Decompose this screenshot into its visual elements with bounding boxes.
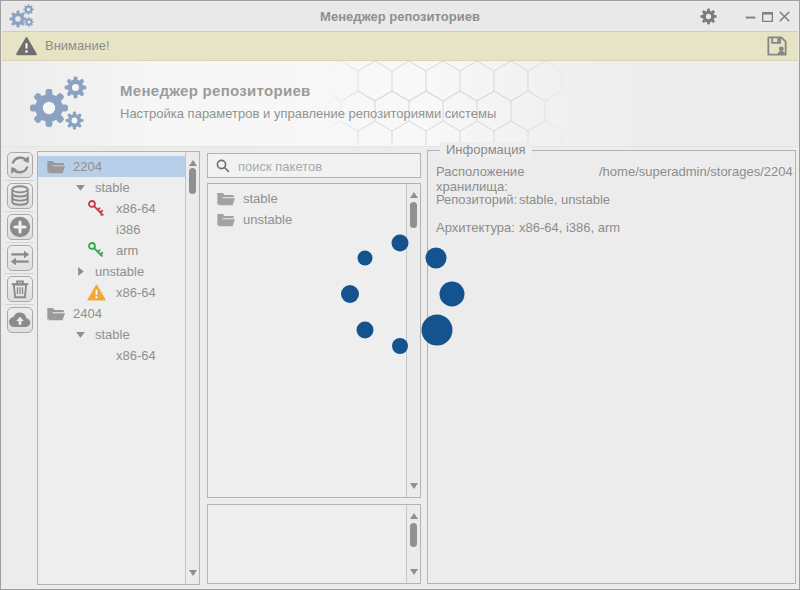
chevron-down-icon	[75, 182, 86, 193]
list-item[interactable]: unstable	[208, 209, 407, 230]
key-green-icon	[87, 241, 106, 260]
tree-item-label: unstable	[95, 264, 144, 279]
scroll-down-button[interactable]	[189, 570, 197, 580]
warning-icon	[15, 36, 38, 56]
tree-item-label: 2204	[73, 159, 102, 174]
minimize-button[interactable]	[743, 9, 758, 24]
info-groupbox: Информация Расположение хранилища:/home/…	[427, 150, 796, 584]
page-header: Менеджер репозиториев Настройка параметр…	[2, 61, 798, 147]
cloud-upload-icon	[8, 245, 32, 395]
title-bar: Менеджер репозиториев	[2, 2, 798, 32]
tree-item[interactable]: x86-64	[38, 282, 186, 303]
list-item[interactable]: stable	[208, 188, 407, 209]
tree-item[interactable]: x86-64	[38, 345, 186, 366]
info-field-value: stable, unstable	[519, 192, 610, 207]
tree-item[interactable]: x86-64	[38, 198, 186, 219]
app-logo-gears-icon	[28, 74, 90, 134]
folder-open-icon	[46, 158, 66, 175]
tree-item-label: i386	[116, 222, 141, 237]
tree-item-label: x86-64	[116, 201, 156, 216]
info-field: Репозиторий:stable, unstable	[428, 192, 795, 220]
scroll-thumb[interactable]	[410, 523, 417, 547]
info-field-value: x86-64, i386, arm	[519, 220, 620, 235]
info-field-label: Расположение хранилища:	[436, 164, 599, 194]
info-legend: Информация	[440, 142, 532, 158]
list-scrollbar[interactable]	[406, 184, 420, 497]
list-item-label: stable	[243, 191, 278, 206]
scroll-down-button[interactable]	[410, 569, 418, 579]
close-button[interactable]	[777, 9, 792, 24]
scroll-up-button[interactable]	[189, 156, 197, 166]
warning-text: Внимание!	[45, 32, 110, 60]
scroll-up-button[interactable]	[410, 188, 418, 198]
chevron-right-icon	[75, 266, 86, 277]
chevron-down-icon	[75, 329, 86, 340]
maximize-button[interactable]	[760, 9, 775, 24]
settings-gear-icon[interactable]	[700, 8, 717, 25]
tree-item-label: stable	[95, 327, 130, 342]
scroll-up-button[interactable]	[410, 509, 418, 519]
scroll-thumb[interactable]	[410, 202, 417, 228]
info-field: Расположение хранилища:/home/superadmin/…	[428, 164, 795, 192]
side-toolbar	[5, 152, 34, 333]
info-field-value: /home/superadmin/storages/2204	[599, 164, 793, 179]
tree-item-label: x86-64	[116, 348, 156, 363]
info-field-label: Архитектура:	[436, 220, 519, 235]
save-button[interactable]	[765, 34, 789, 58]
package-list: stableunstable	[207, 183, 421, 498]
tree-item[interactable]: stable	[38, 177, 186, 198]
package-search	[207, 153, 421, 178]
page-subtitle: Настройка параметров и управление репози…	[120, 106, 496, 121]
tree-item[interactable]: arm	[38, 240, 186, 261]
tree-item[interactable]: 2204	[38, 156, 186, 177]
details-scrollbar[interactable]	[406, 505, 420, 583]
folder-open-icon	[216, 211, 236, 228]
tree-item[interactable]: unstable	[38, 261, 186, 282]
tree-item-label: 2404	[73, 306, 102, 321]
warning-banner: Внимание!	[2, 32, 798, 61]
details-panel	[207, 504, 421, 584]
tree-item-label: arm	[116, 243, 138, 258]
scroll-thumb[interactable]	[189, 168, 196, 194]
repository-tree: 2204stablex86-64i386armunstablex86-64240…	[37, 151, 200, 585]
upload-button[interactable]	[7, 307, 33, 333]
folder-open-icon	[216, 190, 236, 207]
key-red-icon	[87, 199, 106, 218]
tree-item[interactable]: 2404	[38, 303, 186, 324]
search-icon	[215, 158, 231, 174]
info-field-label: Репозиторий:	[436, 192, 519, 207]
tree-item-label: stable	[95, 180, 130, 195]
hexagon-pattern	[324, 61, 574, 145]
scroll-down-button[interactable]	[410, 483, 418, 493]
info-field: Архитектура:x86-64, i386, arm	[428, 220, 795, 248]
tree-item[interactable]: i386	[38, 219, 186, 240]
search-input[interactable]	[236, 155, 418, 178]
app-window: Менеджер репозиториев Внимание! Менедже	[0, 0, 800, 590]
page-title: Менеджер репозиториев	[120, 82, 311, 99]
tree-item-label: x86-64	[116, 285, 156, 300]
folder-open-icon	[46, 305, 66, 322]
list-item-label: unstable	[243, 212, 292, 227]
tree-scrollbar[interactable]	[185, 152, 199, 584]
window-title: Менеджер репозиториев	[2, 2, 798, 31]
warning-icon	[87, 283, 106, 302]
tree-item[interactable]: stable	[38, 324, 186, 345]
